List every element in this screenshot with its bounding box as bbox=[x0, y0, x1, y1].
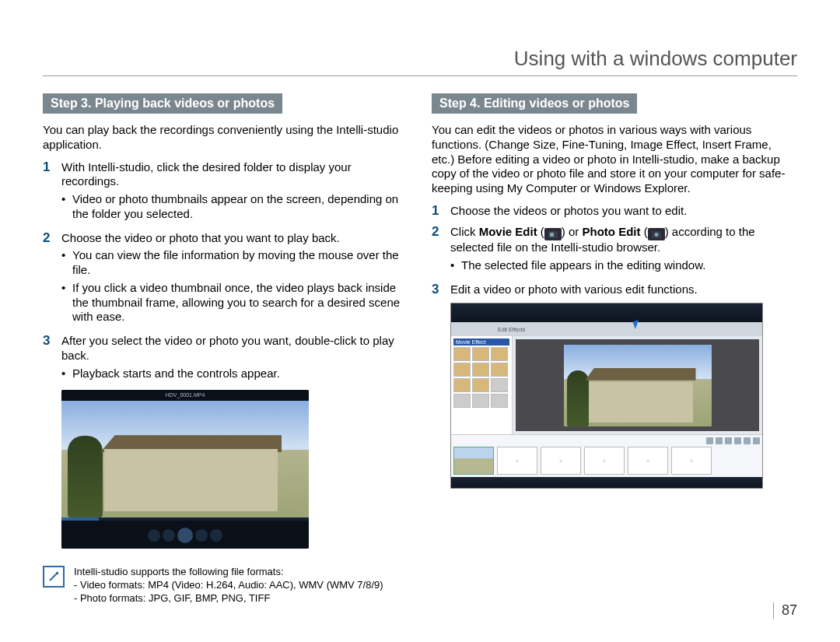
bullet: If you click a video thumbnail once, the… bbox=[72, 281, 408, 325]
bullet: You can view the file information by mov… bbox=[72, 248, 408, 278]
next-icon bbox=[210, 529, 222, 542]
scene-house bbox=[104, 449, 278, 511]
step-number: 3 bbox=[43, 334, 54, 384]
bullet: Playback starts and the controls appear. bbox=[72, 367, 408, 381]
header-rule bbox=[43, 75, 797, 76]
editor-screenshot: Edit Effects Movie Effect bbox=[450, 303, 763, 489]
step3-heading: Step 3. Playing back videos or photos bbox=[43, 93, 282, 114]
step4-intro: You can edit the videos or photos in var… bbox=[432, 123, 797, 196]
page-title: Using with a windows computer bbox=[43, 47, 797, 71]
two-column-layout: Step 3. Playing back videos or photos Yo… bbox=[43, 93, 797, 605]
forward-icon bbox=[195, 529, 208, 542]
tl-control-icon bbox=[725, 437, 732, 444]
bullet: The selected file appears in the editing… bbox=[461, 258, 797, 273]
step4-list: 1 Choose the videos or photos you want t… bbox=[432, 204, 797, 297]
player-title: HDV_0001.MP4 bbox=[61, 390, 309, 401]
step-text: After you select the video or photo you … bbox=[61, 334, 394, 362]
tl-control-icon bbox=[744, 437, 751, 444]
step-text: With Intelli-studio, click the desired f… bbox=[61, 160, 352, 188]
timeline-empty: + bbox=[628, 447, 668, 475]
editor-titlebar bbox=[451, 303, 762, 322]
tl-control-icon bbox=[734, 437, 741, 444]
step-number: 1 bbox=[43, 160, 54, 225]
timeline-empty: + bbox=[497, 447, 537, 475]
step3-intro: You can play back the recordings conveni… bbox=[43, 123, 408, 153]
step-text: Click Movie Edit () or Photo Edit () acc… bbox=[450, 225, 755, 254]
editor-timeline: + + + + + bbox=[451, 434, 762, 477]
pause-icon bbox=[177, 528, 193, 543]
step-number: 3 bbox=[432, 282, 443, 297]
effects-panel: Movie Effect bbox=[451, 336, 513, 434]
step-number: 2 bbox=[432, 225, 443, 276]
movie-edit-icon bbox=[544, 228, 562, 240]
step-text: Choose the videos or photos you want to … bbox=[450, 204, 687, 217]
step-text: Choose the video or photo that you want … bbox=[61, 231, 340, 244]
note-icon bbox=[43, 566, 65, 588]
player-frame bbox=[61, 401, 309, 517]
step4-heading: Step 4. Editing videos or photos bbox=[432, 93, 637, 114]
right-column: Step 4. Editing videos or photos You can… bbox=[432, 93, 797, 605]
manual-page: Using with a windows computer Step 3. Pl… bbox=[0, 0, 840, 642]
note-line: - Video formats: MP4 (Video: H.264, Audi… bbox=[74, 579, 383, 592]
note-line: - Photo formats: JPG, GIF, BMP, PNG, TIF… bbox=[74, 592, 383, 605]
format-note: Intelli-studio supports the following fi… bbox=[43, 566, 408, 605]
step-number: 2 bbox=[43, 231, 54, 328]
timeline-empty: + bbox=[541, 447, 581, 475]
step-number: 1 bbox=[432, 204, 443, 219]
step-text: Edit a video or photo with various edit … bbox=[450, 282, 698, 296]
editor-footer bbox=[451, 477, 762, 488]
scene-house bbox=[589, 382, 693, 423]
timeline-empty: + bbox=[671, 447, 712, 475]
rewind-icon bbox=[163, 529, 175, 542]
step3-list: 1 With Intelli-studio, click the desired… bbox=[43, 160, 408, 384]
tl-control-icon bbox=[716, 437, 723, 444]
svg-point-3 bbox=[654, 233, 658, 237]
photo-edit-icon bbox=[648, 228, 665, 240]
effects-panel-title: Movie Effect bbox=[453, 339, 509, 346]
prev-icon bbox=[148, 529, 160, 542]
player-controls bbox=[61, 517, 309, 549]
scene-tree bbox=[567, 370, 589, 426]
video-player-screenshot: HDV_0001.MP4 bbox=[61, 390, 309, 549]
page-number: 87 bbox=[773, 602, 797, 619]
note-line: Intelli-studio supports the following fi… bbox=[74, 566, 383, 579]
scene-roof bbox=[586, 368, 696, 381]
editor-tab-label: Edit Effects bbox=[498, 327, 525, 332]
editor-preview bbox=[513, 336, 762, 434]
editor-tabs: Edit Effects bbox=[451, 322, 762, 336]
tl-control-icon bbox=[706, 437, 713, 444]
progress-bar bbox=[61, 517, 309, 521]
scene-tree bbox=[68, 436, 103, 517]
bullet: Video or photo thumbnails appear on the … bbox=[72, 192, 408, 222]
left-column: Step 3. Playing back videos or photos Yo… bbox=[43, 93, 408, 605]
timeline-empty: + bbox=[584, 447, 625, 475]
svg-rect-1 bbox=[550, 233, 554, 237]
timeline-thumb bbox=[453, 447, 494, 475]
tl-control-icon bbox=[753, 437, 760, 444]
